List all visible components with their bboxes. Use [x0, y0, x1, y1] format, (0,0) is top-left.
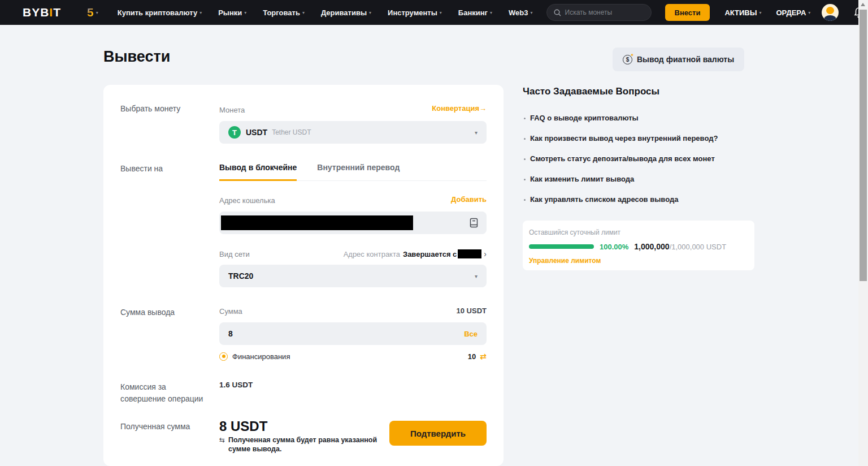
chevron-down-icon: ▾: [244, 10, 246, 15]
limit-percent: 100.00%: [600, 243, 628, 251]
received-amount-value: 8 USDT: [219, 418, 267, 434]
chevron-down-icon: ▾: [808, 10, 810, 15]
funding-radio[interactable]: [219, 352, 228, 361]
redacted-contract-suffix: [458, 249, 481, 258]
bullet-icon: [524, 118, 526, 119]
convert-link[interactable]: Конвертация→: [432, 104, 487, 113]
limit-progress-row: 100.00% 1,000,000 /1,000,000 USDT: [529, 242, 748, 251]
network-label: Вид сети: [219, 250, 250, 258]
available-amount: 10 USDT: [457, 307, 487, 315]
arrow-right-icon: →: [479, 104, 487, 113]
fiat-withdraw-button[interactable]: $✦ Вывод фиатной валюты: [613, 48, 744, 71]
nav-item-tools[interactable]: Инструменты▾: [388, 8, 442, 17]
wallet-address-field[interactable]: [219, 212, 487, 234]
amount-section-label: Сумма вывода: [120, 308, 175, 317]
chevron-down-icon: ▾: [531, 10, 533, 15]
chevron-down-icon: ▾: [199, 10, 202, 15]
bullet-icon: [524, 199, 526, 201]
faq-item[interactable]: Как изменить лимит вывода: [523, 175, 754, 183]
contract-address-label: Адрес контракта: [344, 250, 400, 258]
chevron-down-icon: ▾: [96, 10, 98, 15]
network-select[interactable]: TRC20 ▾: [219, 265, 487, 287]
coin-symbol: USDT: [246, 128, 267, 137]
scrollbar-up-arrow[interactable]: [861, 3, 865, 6]
limit-total: /1,000,000 USDT: [670, 243, 726, 251]
redacted-wallet-address: [221, 215, 413, 230]
search-input[interactable]: [565, 8, 644, 16]
faq-title: Часто Задаваемые Вопросы: [523, 86, 659, 97]
withdraw-to-section-label: Вывести на: [120, 164, 163, 173]
bullet-icon: [524, 138, 526, 140]
wallet-address-label: Адрес кошелька: [219, 196, 275, 205]
coin-search[interactable]: [546, 4, 652, 21]
chevron-right-icon: ›: [484, 249, 487, 258]
chevron-down-icon: ▾: [475, 130, 478, 136]
address-book-icon[interactable]: [469, 218, 479, 228]
received-note: ⇆ Полученная сумма будет равна указанной…: [219, 436, 393, 454]
tab-onchain-withdraw[interactable]: Вывод в блокчейне: [219, 163, 297, 181]
limit-used: 1,000,000: [634, 242, 669, 251]
network-value: TRC20: [228, 271, 253, 281]
coin-select[interactable]: T USDT Tether USDT ▾: [219, 121, 487, 144]
logo-part2: T: [53, 6, 61, 19]
anniversary-5-icon: 5: [87, 6, 94, 19]
transfer-icon[interactable]: ⇄: [480, 352, 487, 361]
fee-value: 1.6 USDT: [219, 381, 253, 389]
chevron-down-icon: ▾: [490, 10, 492, 15]
search-icon: [554, 9, 561, 16]
contract-address-row[interactable]: Адрес контракта Завершается с ›: [344, 249, 487, 258]
chevron-down-icon: ▾: [475, 273, 478, 279]
fee-label: Комиссия за совершение операции: [120, 381, 211, 405]
coin-field-label: Монета: [219, 106, 245, 114]
scrollbar-thumb[interactable]: [860, 10, 867, 281]
nav-item-trade[interactable]: Торговать▾: [263, 8, 305, 17]
add-address-link[interactable]: Добавить: [451, 195, 487, 204]
select-coin-section-label: Выбрать монету: [120, 104, 180, 113]
all-amount-link[interactable]: Все: [464, 330, 478, 338]
amount-field: Все: [219, 322, 487, 345]
main-menu: Купить криптовалюту▾ Рынки▾ Торговать▾ Д…: [118, 8, 533, 17]
nav-item-web3[interactable]: Web3▾: [509, 8, 532, 17]
logo-accent: I: [49, 6, 53, 19]
bybit-logo[interactable]: BYBIT: [23, 6, 61, 19]
funding-balance: 10: [468, 352, 476, 361]
manage-limit-link[interactable]: Управление лимитом: [529, 257, 601, 265]
chevron-down-icon: ▾: [440, 10, 442, 15]
faq-item[interactable]: Как произвести вывод через внутренний пе…: [523, 135, 754, 143]
faq-item[interactable]: Как управлять списком адресов вывода: [523, 196, 754, 204]
withdraw-tabs: Вывод в блокчейне Внутренний перевод: [219, 163, 487, 181]
faq-item[interactable]: FAQ о выводе криптовалюты: [523, 114, 754, 122]
user-avatar[interactable]: [822, 4, 839, 21]
funding-account-label: Финансирования: [232, 352, 290, 361]
confirm-button[interactable]: Подтвердить: [389, 421, 487, 446]
fiat-coin-icon: $✦: [623, 55, 632, 64]
contract-ends-label: Завершается с: [403, 250, 457, 258]
tab-internal-transfer[interactable]: Внутренний перевод: [317, 163, 400, 180]
nav-item-derivatives[interactable]: Деривативы▾: [321, 8, 371, 17]
daily-limit-card: Оставшийся суточный лимит 100.00% 1,000,…: [523, 221, 754, 270]
nav-item-markets[interactable]: Рынки▾: [218, 8, 246, 17]
nav-item-buy-crypto[interactable]: Купить криптовалюту▾: [118, 8, 202, 17]
browser-scrollbar[interactable]: [858, 0, 868, 466]
top-navigation: BYBIT 5 ▾ Купить криптовалюту▾ Рынки▾ То…: [0, 0, 858, 25]
faq-list: FAQ о выводе криптовалюты Как произвести…: [523, 114, 754, 216]
assets-menu[interactable]: АКТИВЫ▾: [724, 8, 761, 17]
orders-menu[interactable]: ОРДЕРА▾: [776, 8, 810, 17]
coin-name: Tether USDT: [272, 128, 311, 136]
amount-input[interactable]: [228, 329, 443, 338]
faq-item[interactable]: Смотреть статус депозита/вывода для всех…: [523, 155, 754, 163]
chevron-down-icon: ▾: [759, 10, 761, 15]
funding-account-row: Финансирования 10 ⇄: [219, 352, 487, 361]
amount-field-label: Сумма: [219, 307, 242, 316]
swap-arrows-icon: ⇆: [219, 436, 225, 454]
logo-part1: BYB: [23, 6, 49, 19]
limit-progress-bar: [529, 244, 594, 249]
bullet-icon: [524, 158, 526, 160]
anniversary-menu[interactable]: 5 ▾: [87, 6, 98, 19]
page-title: Вывести: [103, 48, 170, 66]
chevron-down-icon: ▾: [302, 10, 305, 15]
deposit-button[interactable]: Внести: [665, 4, 710, 21]
chevron-down-icon: ▾: [369, 10, 371, 15]
nav-item-banking[interactable]: Банкинг▾: [458, 8, 492, 17]
received-amount-label: Полученная сумма: [120, 422, 190, 431]
